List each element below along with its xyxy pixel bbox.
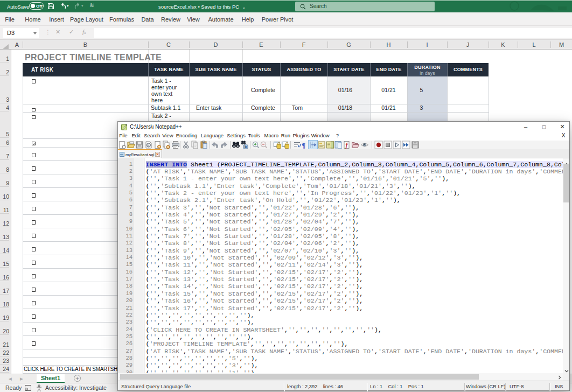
svg-text:¶: ¶ xyxy=(302,141,305,149)
svg-text:b: b xyxy=(245,145,247,149)
